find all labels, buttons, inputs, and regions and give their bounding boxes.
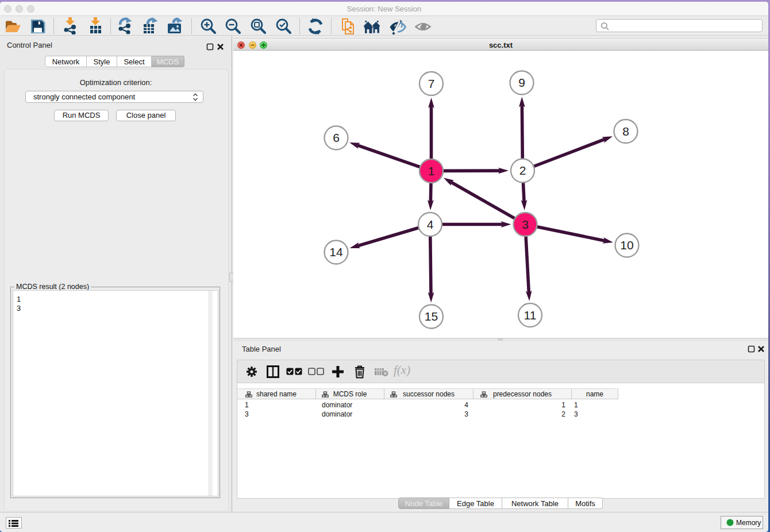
- svg-text:10: 10: [620, 238, 633, 252]
- svg-text:1: 1: [428, 164, 435, 178]
- svg-text:11: 11: [524, 309, 537, 322]
- svg-text:3: 3: [522, 218, 529, 231]
- svg-text:14: 14: [329, 245, 343, 259]
- svg-text:7: 7: [428, 77, 435, 90]
- svg-text:15: 15: [425, 310, 438, 323]
- svg-text:8: 8: [622, 125, 629, 138]
- svg-text:6: 6: [333, 131, 340, 144]
- svg-text:4: 4: [427, 218, 434, 231]
- svg-text:9: 9: [518, 76, 525, 89]
- svg-text:2: 2: [519, 164, 526, 177]
